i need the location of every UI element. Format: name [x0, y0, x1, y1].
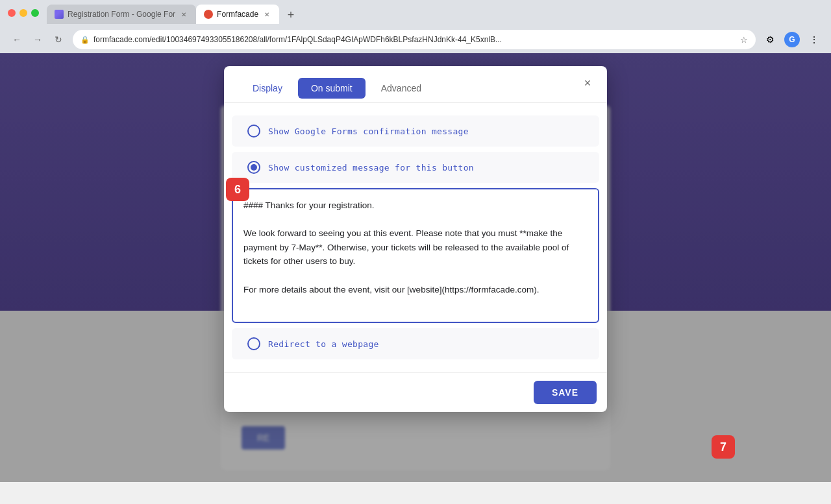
custom-message-radio[interactable] — [247, 161, 260, 174]
custom-message-label: Show customized message for this button — [268, 163, 474, 173]
google-confirm-label: Show Google Forms confirmation message — [268, 126, 469, 136]
url-text: formfacade.com/edit/10034697493305518620… — [93, 35, 736, 44]
modal-body: Show Google Forms confirmation message S… — [224, 102, 607, 372]
extensions-icon[interactable]: ⚙ — [761, 30, 779, 49]
modal-header: Display On submit Advanced × — [224, 66, 607, 102]
tab-registration-form[interactable]: Registration Form - Google For ✕ — [47, 5, 196, 24]
traffic-lights — [8, 9, 39, 17]
modal-overlay: Display On submit Advanced × Show Google… — [0, 53, 831, 482]
menu-icon[interactable]: ⋮ — [805, 30, 823, 49]
url-bar[interactable]: 🔒 formfacade.com/edit/100346974933055186… — [73, 30, 756, 49]
ff-favicon — [204, 10, 213, 19]
gforms-favicon — [55, 10, 64, 19]
tab1-label: Registration Form - Google For — [68, 10, 175, 19]
message-textarea-container: #### Thanks for your registration. We lo… — [232, 188, 599, 323]
tab1-close-button[interactable]: ✕ — [179, 10, 188, 19]
step-badge-6: 6 — [226, 178, 249, 201]
tab-advanced[interactable]: Advanced — [368, 77, 434, 102]
tab-formfacade[interactable]: Formfacade ✕ — [196, 5, 279, 24]
bookmark-icon[interactable]: ☆ — [740, 35, 748, 45]
new-tab-button[interactable]: + — [282, 6, 300, 24]
google-confirm-radio[interactable] — [247, 125, 260, 138]
browser-chrome: Registration Form - Google For ✕ Formfac… — [0, 0, 831, 53]
lock-icon: 🔒 — [81, 36, 90, 44]
back-button[interactable]: ← — [8, 30, 26, 49]
modal-close-button[interactable]: × — [578, 74, 597, 92]
nav-buttons: ← → ↻ — [8, 30, 68, 49]
message-textarea[interactable]: #### Thanks for your registration. We lo… — [233, 189, 598, 319]
tab-onsubmit[interactable]: On submit — [298, 78, 366, 99]
step-badge-7: 7 — [712, 435, 735, 459]
tab2-close-button[interactable]: ✕ — [262, 10, 271, 19]
refresh-button[interactable]: ↻ — [49, 30, 68, 49]
browser-toolbar-icons: ⚙ G ⋮ — [761, 30, 823, 49]
redirect-option[interactable]: Redirect to a webpage — [232, 328, 599, 359]
avatar: G — [784, 32, 800, 47]
maximize-window-button[interactable] — [31, 9, 39, 17]
tab2-label: Formfacade — [217, 10, 258, 19]
save-button[interactable]: SAVE — [534, 381, 597, 404]
tabs-bar: Registration Form - Google For ✕ Formfac… — [47, 2, 823, 24]
page-content: Regi First Na Last Na Email * Phone N Ch… — [0, 53, 831, 482]
close-window-button[interactable] — [8, 9, 16, 17]
forward-button[interactable]: → — [29, 30, 47, 49]
google-confirm-option[interactable]: Show Google Forms confirmation message — [232, 115, 599, 147]
custom-message-option[interactable]: Show customized message for this button — [232, 152, 599, 183]
redirect-label: Redirect to a webpage — [268, 339, 379, 349]
profile-icon[interactable]: G — [783, 30, 801, 49]
address-bar: ← → ↻ 🔒 formfacade.com/edit/100346974933… — [0, 26, 831, 53]
modal-dialog: Display On submit Advanced × Show Google… — [224, 66, 607, 412]
minimize-window-button[interactable] — [19, 9, 27, 17]
redirect-radio[interactable] — [247, 337, 260, 350]
title-bar: Registration Form - Google For ✕ Formfac… — [0, 0, 831, 26]
tab-display[interactable]: Display — [240, 77, 295, 102]
modal-footer: SAVE — [224, 372, 607, 412]
